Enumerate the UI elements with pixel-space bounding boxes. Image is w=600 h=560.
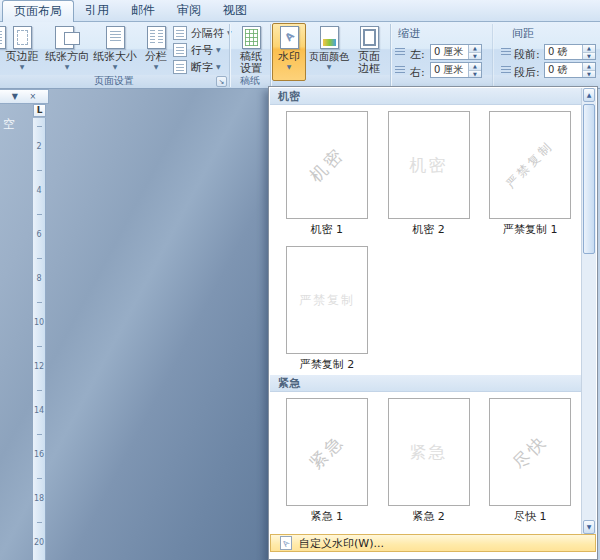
- gallery-footer: [270, 552, 596, 558]
- indent-right-spinner[interactable]: ▲▼: [468, 63, 481, 77]
- ribbon-tab-bar: 页面布局引用邮件审阅视图: [0, 0, 600, 22]
- watermark-item-label: 尽快 1: [479, 506, 581, 523]
- space-before-spinner[interactable]: ▲▼: [582, 45, 595, 59]
- scrollbar-thumb[interactable]: [583, 104, 595, 254]
- watermark-item-label: 严禁复制 2: [276, 354, 378, 371]
- custom-watermark-item[interactable]: A 自定义水印(W)...: [270, 534, 596, 552]
- tab-view[interactable]: 视图: [212, 0, 258, 21]
- watermark-preview-text: 紧急: [305, 430, 350, 475]
- ruler-tick: [37, 170, 42, 171]
- spin-up-icon[interactable]: ▲: [583, 45, 595, 53]
- space-after-icon: [500, 64, 512, 76]
- space-after-input[interactable]: 0 磅 ▲▼: [544, 62, 596, 78]
- pane-close-icon[interactable]: ×: [30, 92, 37, 101]
- hyphenation-icon: [173, 60, 187, 74]
- breaks-button[interactable]: 分隔符 ▼: [173, 25, 232, 41]
- gallery-scrollbar[interactable]: ▲ ▼: [581, 88, 596, 534]
- watermark-item[interactable]: 机密机密 2: [378, 111, 480, 236]
- dropdown-arrow-icon: ▼: [273, 63, 305, 71]
- ruler-number: 4: [33, 186, 45, 195]
- pane-dropdown-icon[interactable]: ▼: [12, 92, 18, 101]
- spin-up-icon[interactable]: ▲: [469, 45, 481, 53]
- gallery-section-header: 机密: [270, 88, 581, 105]
- spin-down-icon[interactable]: ▼: [583, 71, 595, 78]
- paper-orientation-button[interactable]: 纸张方向 ▼: [44, 24, 90, 76]
- tab-review[interactable]: 审阅: [166, 0, 212, 21]
- paper-orientation-icon: [44, 24, 90, 51]
- margins-button[interactable]: 页边距 ▼: [2, 24, 42, 76]
- ruler-tick: [37, 478, 42, 479]
- page-color-icon: [309, 24, 349, 51]
- document-area[interactable]: ▼ × 空 L 2468101214161820: [0, 89, 268, 560]
- watermark-preview-text: 严禁复制: [503, 138, 557, 192]
- watermark-label: 水印: [273, 51, 305, 63]
- paper-orientation-label: 纸张方向: [44, 51, 90, 63]
- paper-setup-label: 稿纸设置: [238, 51, 264, 75]
- indent-left-icon: [394, 46, 406, 58]
- watermark-preview-text: 机密: [305, 143, 350, 188]
- paper-group-label: 稿纸: [230, 75, 270, 88]
- line-numbers-icon: [173, 43, 187, 57]
- columns-label: 分栏: [140, 51, 172, 63]
- indent-left-input[interactable]: 0 厘米 ▲▼: [430, 44, 482, 60]
- space-after-spinner[interactable]: ▲▼: [582, 63, 595, 77]
- spin-down-icon[interactable]: ▼: [469, 71, 481, 78]
- space-before-icon: [500, 46, 512, 58]
- watermark-icon: A: [273, 24, 305, 51]
- ruler-tick: [37, 258, 42, 259]
- dropdown-arrow-icon: ▼: [92, 63, 138, 71]
- watermark-item-label: 严禁复制 1: [479, 219, 581, 236]
- custom-watermark-label: 自定义水印(W)...: [299, 536, 384, 551]
- ruler-tick: [37, 214, 42, 215]
- watermark-item[interactable]: 紧急紧急 2: [378, 398, 480, 523]
- page-color-button[interactable]: 页面颜色 ▼: [309, 24, 349, 76]
- gallery-row: 机密机密 1机密机密 2严禁复制严禁复制 1: [270, 105, 581, 240]
- space-after-label: 段后:: [514, 65, 540, 80]
- page-borders-button[interactable]: 页面边框: [351, 24, 387, 76]
- pane-label: 空: [3, 116, 15, 133]
- paper-size-button[interactable]: 纸张大小 ▼: [92, 24, 138, 76]
- indent-left-spinner[interactable]: ▲▼: [468, 45, 481, 59]
- spin-down-icon[interactable]: ▼: [469, 53, 481, 60]
- custom-watermark-icon: A: [280, 536, 292, 550]
- ruler-tick: [37, 390, 42, 391]
- indent-right-input[interactable]: 0 厘米 ▲▼: [430, 62, 482, 78]
- dropdown-arrow-icon: ▼: [44, 63, 90, 71]
- scroll-down-icon[interactable]: ▼: [583, 520, 595, 534]
- columns-button[interactable]: 分栏 ▼: [140, 24, 172, 76]
- scroll-up-icon[interactable]: ▲: [583, 88, 595, 102]
- watermark-item-label: 紧急 2: [378, 506, 480, 523]
- tab-mailings[interactable]: 邮件: [120, 0, 166, 21]
- spin-up-icon[interactable]: ▲: [469, 63, 481, 71]
- watermark-item[interactable]: 尽快尽快 1: [479, 398, 581, 523]
- page-setup-dialog-launcher[interactable]: ↘: [216, 76, 227, 87]
- gallery-section-header: 紧急: [270, 375, 581, 392]
- paper-setup-button[interactable]: 稿纸设置: [233, 24, 269, 76]
- watermark-item[interactable]: 严禁复制严禁复制 2: [276, 246, 378, 371]
- ruler-tick: [37, 126, 42, 127]
- ruler-tick: [37, 522, 42, 523]
- spin-down-icon[interactable]: ▼: [583, 53, 595, 60]
- page-borders-icon: [351, 24, 387, 51]
- line-numbers-label: 行号: [191, 43, 213, 58]
- ruler-tick: [37, 434, 42, 435]
- watermark-thumbnail: 严禁复制: [286, 246, 368, 354]
- spin-up-icon[interactable]: ▲: [583, 63, 595, 71]
- columns-icon: [140, 24, 172, 51]
- tab-page-layout[interactable]: 页面布局: [2, 0, 74, 22]
- watermark-preview-text: 机密: [410, 154, 448, 177]
- watermark-button[interactable]: A 水印 ▼: [272, 23, 306, 81]
- watermark-item[interactable]: 严禁复制严禁复制 1: [479, 111, 581, 236]
- line-numbers-button[interactable]: 行号 ▼: [173, 42, 221, 58]
- tab-references[interactable]: 引用: [74, 0, 120, 21]
- dropdown-arrow-icon: ▼: [2, 63, 42, 71]
- pane-header: ▼ ×: [0, 89, 49, 104]
- ruler-number: 18: [33, 494, 45, 503]
- space-before-input[interactable]: 0 磅 ▲▼: [544, 44, 596, 60]
- tab-stop-selector[interactable]: L: [33, 104, 46, 117]
- space-after-value: 0 磅: [548, 64, 568, 75]
- watermark-item[interactable]: 机密机密 1: [276, 111, 378, 236]
- watermark-item[interactable]: 紧急紧急 1: [276, 398, 378, 523]
- hyphenation-button[interactable]: 断字 ▼: [173, 59, 221, 75]
- ruler-number: 10: [33, 318, 45, 327]
